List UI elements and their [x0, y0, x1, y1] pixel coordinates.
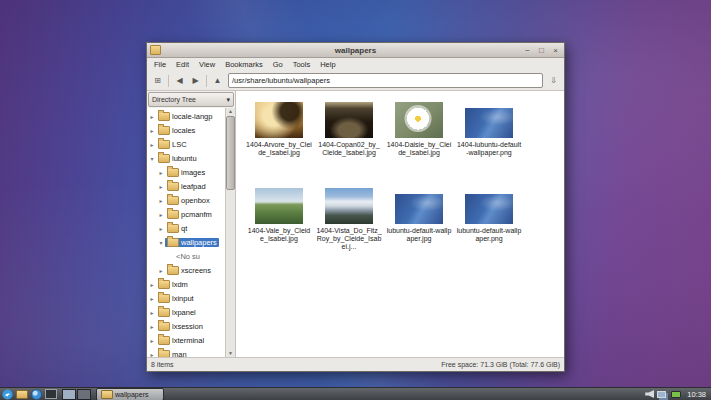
expand-arrow-icon[interactable]: ▸ [157, 183, 165, 190]
tree-item-lsc[interactable]: ▸LSC [147, 137, 225, 151]
tree-item-man[interactable]: ▸man [147, 347, 225, 357]
minimize-button[interactable]: − [522, 45, 533, 56]
file-item[interactable]: 1404-Copan02_by_Cleide_Isabel.jpg [314, 99, 384, 185]
tree-item-label: lubuntu [172, 154, 197, 163]
sidebar-scrollbar[interactable]: ▲ ▼ [225, 108, 235, 357]
file-item[interactable]: 1404-Daisie_by_Cleide_Isabel.jpg [384, 99, 454, 185]
desktop[interactable]: wallpapers − □ × FileEditViewBookmarksGo… [0, 0, 711, 400]
expand-arrow-icon[interactable]: ▸ [148, 113, 156, 120]
window-folder-icon [150, 45, 161, 55]
file-item[interactable]: 1404-Vale_by_Cleide_Isabel.jpg [244, 185, 314, 271]
folder-icon [167, 266, 179, 275]
expand-arrow-icon[interactable]: ▸ [148, 323, 156, 330]
expand-arrow-icon[interactable]: ▸ [157, 197, 165, 204]
file-manager-launcher[interactable] [16, 389, 28, 400]
folder-icon [158, 154, 170, 163]
tree-item-lxpanel[interactable]: ▸lxpanel [147, 305, 225, 319]
menu-bookmarks[interactable]: Bookmarks [220, 59, 268, 70]
tree-item-lxterminal[interactable]: ▸lxterminal [147, 333, 225, 347]
tree-item-label: lxinput [172, 294, 194, 303]
file-item[interactable]: lubuntu-default-wallpaper.png [454, 185, 524, 271]
scroll-down-icon[interactable]: ▼ [228, 350, 233, 357]
start-menu-button[interactable] [2, 389, 13, 400]
tree-item-leafpad[interactable]: ▸leafpad [147, 179, 225, 193]
expand-arrow-icon[interactable]: ▸ [157, 211, 165, 218]
tree-item-xscreens[interactable]: ▸xscreens [147, 263, 225, 277]
directory-tree: ▸locale-langp▸locales▸LSC▾lubuntu▸images… [147, 108, 225, 357]
tree-item-lxinput[interactable]: ▸lxinput [147, 291, 225, 305]
folder-icon [101, 390, 113, 399]
file-manager-icon [16, 390, 28, 399]
tree-item-lubuntu[interactable]: ▾lubuntu [147, 151, 225, 165]
tree-item-localelangp[interactable]: ▸locale-langp [147, 109, 225, 123]
folder-icon [167, 196, 179, 205]
up-button[interactable]: ▲ [210, 73, 225, 88]
taskbar-window-button[interactable]: wallpapers [96, 388, 164, 400]
back-icon: ◀ [176, 76, 182, 85]
back-button[interactable]: ◀ [172, 73, 187, 88]
tree-item-qt[interactable]: ▸qt [147, 221, 225, 235]
menu-tools[interactable]: Tools [288, 59, 316, 70]
scrollbar-thumb[interactable] [226, 116, 235, 190]
show-desktop-button[interactable] [45, 389, 57, 400]
window-title: wallpapers [147, 46, 564, 55]
menu-go[interactable]: Go [268, 59, 288, 70]
workspace-2[interactable] [77, 389, 91, 400]
workspace-1[interactable] [62, 389, 76, 400]
expand-arrow-icon[interactable]: ▸ [157, 267, 165, 274]
expand-arrow-icon[interactable]: ▸ [148, 309, 156, 316]
expand-arrow-icon[interactable]: ▸ [157, 225, 165, 232]
chevron-down-icon: ▾ [226, 96, 230, 104]
file-view[interactable]: 1404-Arvore_by_Cleide_Isabel.jpg1404-Cop… [236, 91, 564, 357]
expand-arrow-icon[interactable]: ▸ [148, 281, 156, 288]
expand-arrow-icon[interactable]: ▸ [157, 169, 165, 176]
thumbnail-vista [325, 188, 373, 224]
tree-item-wallpapers[interactable]: ▾wallpapers [147, 235, 225, 249]
file-manager-window: wallpapers − □ × FileEditViewBookmarksGo… [146, 42, 565, 372]
file-item[interactable]: 1404-Arvore_by_Cleide_Isabel.jpg [244, 99, 314, 185]
file-name-label: 1404-Vista_Do_Fitz_Roy_by_Cleide_Isabel.… [316, 227, 382, 251]
collapse-arrow-icon[interactable]: ▾ [148, 155, 156, 162]
file-name-label: 1404-Vale_by_Cleide_Isabel.jpg [246, 227, 312, 243]
close-button[interactable]: × [550, 45, 561, 56]
volume-icon[interactable] [645, 390, 654, 398]
file-name-label: lubuntu-default-wallpaper.png [456, 227, 522, 243]
window-titlebar[interactable]: wallpapers − □ × [147, 43, 564, 58]
tree-item-images[interactable]: ▸images [147, 165, 225, 179]
tree-item-label: locales [172, 126, 195, 135]
tree-item-pcmanfm[interactable]: ▸pcmanfm [147, 207, 225, 221]
menu-view[interactable]: View [194, 59, 220, 70]
menu-help[interactable]: Help [315, 59, 340, 70]
sidebar-mode-select[interactable]: Directory Tree ▾ [148, 92, 234, 107]
new-tab-button[interactable]: ⊞ [150, 73, 165, 88]
tree-item-label: xscreens [181, 266, 211, 275]
expand-arrow-icon[interactable]: ▸ [148, 337, 156, 344]
browser-launcher[interactable] [31, 389, 42, 400]
go-button[interactable]: ⇩ [546, 73, 561, 88]
expand-arrow-icon[interactable]: ▸ [148, 127, 156, 134]
file-item[interactable]: 1404-lubuntu-default-wallpaper.png [454, 99, 524, 185]
battery-icon[interactable] [671, 391, 681, 398]
tree-item-lxsession[interactable]: ▸lxsession [147, 319, 225, 333]
file-name-label: lubuntu-default-wallpaper.jpg [386, 227, 452, 243]
menu-file[interactable]: File [149, 59, 171, 70]
clock[interactable]: 10:38 [684, 390, 709, 399]
tree-item-lxdm[interactable]: ▸lxdm [147, 277, 225, 291]
go-icon: ⇩ [550, 76, 557, 85]
file-item[interactable]: 1404-Vista_Do_Fitz_Roy_by_Cleide_Isabel.… [314, 185, 384, 271]
expand-arrow-icon[interactable]: ▸ [148, 141, 156, 148]
tree-item-locales[interactable]: ▸locales [147, 123, 225, 137]
tree-item-openbox[interactable]: ▸openbox [147, 193, 225, 207]
maximize-button[interactable]: □ [536, 45, 547, 56]
path-input[interactable] [228, 73, 543, 88]
tree-item-nosu[interactable]: <No su [147, 249, 225, 263]
tree-item-label: locale-langp [172, 112, 212, 121]
thumbnail-copan [325, 102, 373, 138]
collapse-arrow-icon[interactable]: ▾ [157, 239, 165, 246]
network-icon[interactable] [657, 391, 666, 398]
file-item[interactable]: lubuntu-default-wallpaper.jpg [384, 185, 454, 271]
expand-arrow-icon[interactable]: ▸ [148, 295, 156, 302]
menu-edit[interactable]: Edit [171, 59, 194, 70]
forward-button[interactable]: ▶ [188, 73, 203, 88]
scroll-up-icon[interactable]: ▲ [228, 108, 233, 115]
